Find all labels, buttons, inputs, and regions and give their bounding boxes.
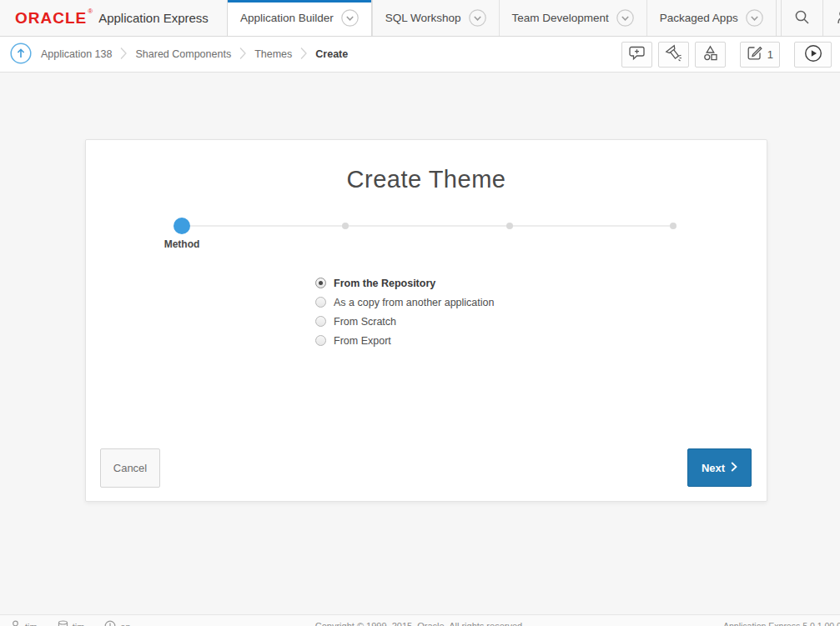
shared-components-button[interactable] [695, 42, 726, 68]
product-name: Application Express [98, 11, 209, 25]
wizard-title: Create Theme [86, 140, 767, 193]
tab-label: SQL Workshop [385, 12, 461, 24]
method-radio-group: From the Repository As a copy from anoth… [315, 273, 494, 350]
page-footer: tim tim en Copyright © 1999–2015, Oracle… [0, 614, 840, 626]
tab-label: Packaged Apps [660, 12, 738, 24]
flashlight-icon [665, 44, 682, 64]
user-wrench-icon [836, 9, 840, 28]
search-icon [794, 9, 810, 28]
chevron-right-icon [731, 462, 737, 474]
radio-option-copy-from-application[interactable]: As a copy from another application [315, 293, 494, 312]
next-button[interactable]: Next [687, 448, 752, 487]
app-header: ORACLE® Application Express Application … [0, 0, 840, 37]
radio-option-from-repository[interactable]: From the Repository [315, 273, 494, 293]
go-up-button[interactable] [10, 43, 32, 67]
breadcrumb: Application 138 Shared Components Themes… [41, 47, 348, 63]
header-utility-icons: ? [776, 0, 840, 36]
step-dot-4 [670, 223, 677, 229]
footer-copyright: Copyright © 1999–2015, Oracle. All right… [0, 621, 840, 626]
tab-application-builder[interactable]: Application Builder [227, 0, 372, 36]
step-dot-2 [342, 223, 349, 229]
wizard-progress-train: Method [86, 218, 767, 261]
edit-page-button[interactable]: 1 [740, 42, 780, 68]
oracle-brand: ORACLE [15, 9, 87, 28]
create-theme-wizard-card: Create Theme Method From the Repository … [85, 139, 767, 502]
oracle-logo[interactable]: ORACLE® Application Express [0, 0, 227, 36]
theme-roller-button[interactable] [658, 42, 689, 68]
breadcrumb-item-shared-components[interactable]: Shared Components [135, 48, 231, 60]
feedback-bubble-icon [628, 45, 646, 63]
breadcrumb-separator-icon [120, 47, 127, 63]
breadcrumb-item-themes[interactable]: Themes [254, 48, 292, 60]
cancel-button[interactable]: Cancel [100, 448, 160, 488]
footer-version: Application Express 5.0.1.00.06 [723, 621, 840, 626]
divider [776, 0, 777, 36]
tab-packaged-apps[interactable]: Packaged Apps [646, 0, 776, 36]
breadcrumb-item-create: Create [315, 48, 348, 60]
radio-unchecked-icon[interactable] [315, 297, 326, 308]
step-dot-3 [506, 223, 513, 229]
search-button[interactable] [782, 0, 822, 36]
registered-mark-icon: ® [88, 8, 93, 15]
breadcrumb-separator-icon [239, 47, 246, 63]
radio-checked-icon[interactable] [315, 278, 326, 288]
breadcrumb-item-application[interactable]: Application 138 [41, 48, 112, 60]
tab-label: Application Builder [240, 12, 334, 24]
progress-track [182, 225, 671, 227]
breadcrumb-bar: Application 138 Shared Components Themes… [0, 37, 840, 73]
play-icon [804, 44, 822, 65]
tab-sql-workshop[interactable]: SQL Workshop [372, 0, 499, 36]
radio-option-from-scratch[interactable]: From Scratch [315, 312, 494, 331]
edit-page-icon [747, 45, 762, 63]
tab-label: Team Development [512, 12, 609, 24]
chevron-down-icon[interactable] [616, 9, 634, 27]
chevron-down-icon[interactable] [341, 9, 359, 27]
radio-unchecked-icon[interactable] [315, 316, 326, 327]
up-arrow-circle-icon [10, 43, 32, 67]
page-action-buttons: 1 [616, 42, 832, 68]
run-application-button[interactable] [794, 42, 832, 68]
radio-option-from-export[interactable]: From Export [315, 331, 494, 350]
step-dot-method-active [174, 218, 190, 234]
breadcrumb-separator-icon [300, 47, 307, 63]
chevron-down-icon[interactable] [746, 9, 763, 27]
step-label-method: Method [164, 238, 200, 250]
tab-team-development[interactable]: Team Development [499, 0, 646, 36]
main-nav-tabs: Application Builder SQL Workshop Team De… [227, 0, 776, 36]
shapes-icon [702, 44, 719, 64]
admin-menu-button[interactable] [823, 0, 840, 36]
edit-page-number: 1 [767, 48, 773, 61]
radio-unchecked-icon[interactable] [315, 335, 326, 346]
main-content: Create Theme Method From the Repository … [0, 73, 840, 502]
chevron-down-icon[interactable] [469, 9, 486, 27]
feedback-button[interactable] [621, 42, 652, 68]
